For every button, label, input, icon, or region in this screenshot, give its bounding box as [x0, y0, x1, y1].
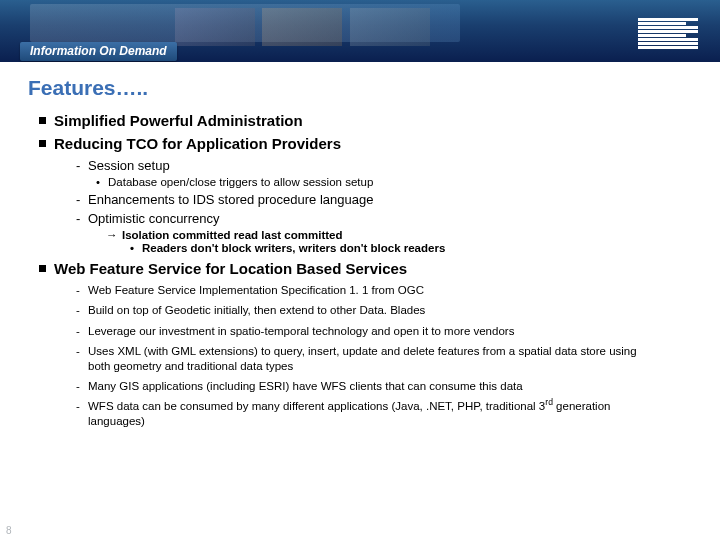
slide-title: Features…..: [28, 76, 692, 100]
bullet-reducing-tco: Reducing TCO for Application Providers: [54, 135, 692, 152]
slide-banner: Information On Demand: [0, 0, 720, 62]
wfs-item-consumed: WFS data can be consumed by many differe…: [88, 399, 644, 428]
tco-optimistic-concurrency: Optimistic concurrency: [88, 211, 692, 226]
banner-photo-3: [350, 8, 430, 46]
slide-body: Features….. Simplified Powerful Administ…: [0, 62, 720, 428]
information-on-demand-badge: Information On Demand: [20, 42, 177, 61]
banner-photo-strip: [30, 4, 460, 42]
tco-ids-stored-proc: Enhancements to IDS stored procedure lan…: [88, 192, 692, 207]
bullet-simplified-admin: Simplified Powerful Administration: [54, 112, 692, 129]
tco-session-setup: Session setup: [88, 158, 692, 173]
bullet-wfs: Web Feature Service for Location Based S…: [54, 260, 692, 277]
wfs-item-spec: Web Feature Service Implementation Speci…: [88, 283, 644, 297]
wfs-item-geodetic: Build on top of Geodetic initially, then…: [88, 303, 644, 317]
banner-photo-2: [262, 8, 342, 46]
tco-isolation: Isolation committed read last committed: [122, 229, 692, 241]
ibm-logo: [638, 18, 698, 49]
banner-photo-1: [175, 8, 255, 46]
tco-readers-writers: Readers don't block writers, writers don…: [142, 242, 692, 254]
wfs-item-gis: Many GIS applications (including ESRI) h…: [88, 379, 644, 393]
tco-session-setup-detail: Database open/close triggers to allow se…: [108, 176, 692, 188]
wfs-item-xml: Uses XML (with GML extensions) to query,…: [88, 344, 644, 373]
page-number: 8: [6, 525, 12, 536]
wfs-item-leverage: Leverage our investment in spatio-tempor…: [88, 324, 644, 338]
wfs-list: Web Feature Service Implementation Speci…: [28, 283, 692, 428]
